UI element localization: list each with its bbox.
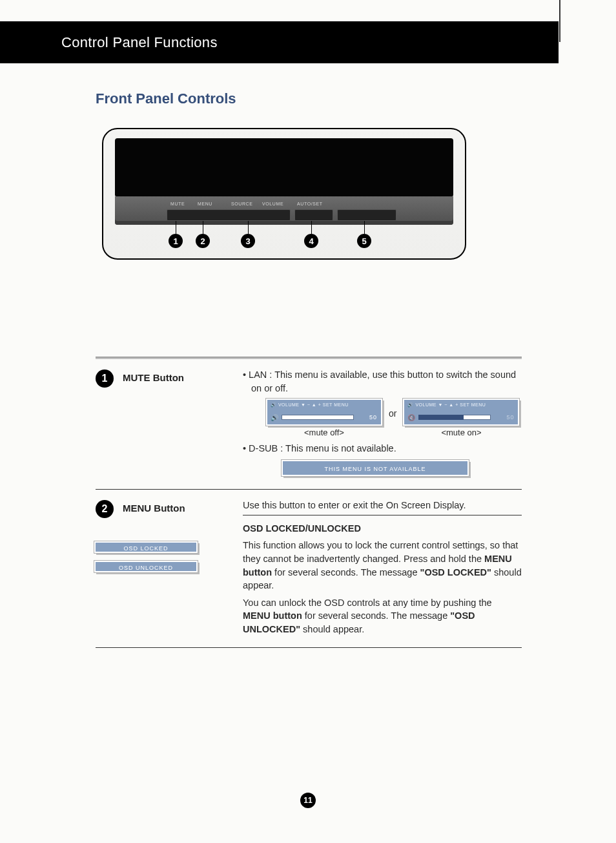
item2-paragraph1: This function allows you to lock the cur…	[243, 539, 522, 592]
label-source: SOURCE	[231, 202, 253, 206]
callout-4: 4	[304, 234, 318, 248]
osd-locked-box: OSD LOCKED	[94, 541, 198, 553]
label-volume: VOLUME	[262, 202, 283, 206]
page-number: 11	[300, 793, 316, 808]
label-menu: MENU	[198, 202, 212, 206]
item2-paragraph2: You can unlock the OSD controls at any t…	[243, 596, 522, 636]
osd-volume-on: 🔊 VOLUME ▼ − ▲ + SET MENU 🔇 50	[403, 399, 519, 426]
subtitle: Front Panel Controls	[96, 90, 522, 107]
osd-lock-heading: OSD LOCKED/UNLOCKED	[243, 522, 522, 536]
page-header: Control Panel Functions	[0, 21, 559, 63]
callout-1: 1	[169, 234, 183, 248]
item1-number: 1	[96, 369, 114, 388]
item2-title: MENU Button	[123, 503, 185, 518]
callout-3: 3	[241, 234, 255, 248]
osd-unlocked-box: OSD UNLOCKED	[94, 561, 198, 572]
or-label: or	[389, 408, 396, 421]
mute-off-label: <mute off>	[266, 427, 382, 439]
label-autoset: AUTO/SET	[297, 202, 323, 206]
divider	[559, 0, 560, 42]
item-menu: 2 MENU Button OSD LOCKED OSD UNLOCKED Us…	[96, 490, 522, 648]
item1-title: MUTE Button	[123, 372, 184, 383]
osd-not-available: THIS MENU IS NOT AVAILABLE	[282, 460, 469, 476]
item1-dsub-text: • D-SUB : This menu is not available.	[243, 442, 522, 455]
osd-volume-off: 🔊 VOLUME ▼ − ▲ + SET MENU 🔊 50	[266, 399, 382, 426]
item2-intro: Use this button to enter or exit the On …	[243, 499, 522, 512]
front-panel-diagram: MUTE MENU SOURCE VOLUME AUTO/SET 1 2 3 4…	[102, 128, 466, 260]
mute-on-label: <mute on>	[403, 427, 519, 439]
header-title: Control Panel Functions	[61, 34, 218, 51]
callout-5: 5	[357, 234, 371, 248]
label-mute: MUTE	[170, 202, 185, 206]
item1-lan-text: • LAN : This menu is available, use this…	[243, 368, 522, 395]
divider	[243, 515, 522, 515]
callout-2: 2	[196, 234, 210, 248]
item2-number: 2	[96, 500, 114, 518]
item-mute: 1 MUTE Button • LAN : This menu is avail…	[96, 359, 522, 490]
